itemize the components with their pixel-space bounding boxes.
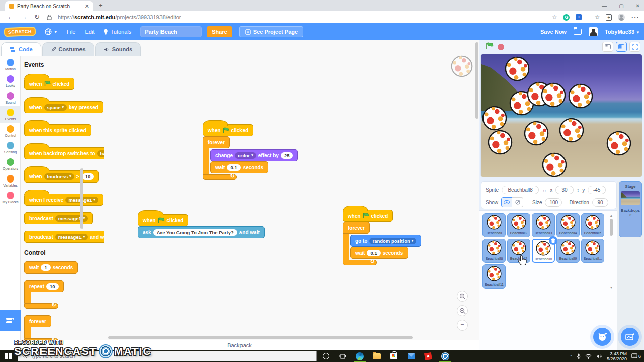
- sprite-tile[interactable]: Beachball6: [482, 239, 506, 263]
- beachball-sprite[interactable]: [541, 82, 566, 110]
- sidebar-category-my-blocks[interactable]: My Blocks: [0, 189, 21, 206]
- block-dropdown[interactable]: message1▾: [55, 234, 88, 240]
- scroll-down-icon[interactable]: ▼: [610, 286, 613, 289]
- microphone-icon[interactable]: [577, 353, 581, 359]
- share-button[interactable]: Share: [207, 26, 232, 37]
- sidebar-category-sensing[interactable]: Sensing: [0, 139, 21, 156]
- see-project-page-button[interactable]: See Project Page: [239, 26, 303, 37]
- block-input[interactable]: 25: [281, 152, 293, 159]
- block-dropdown[interactable]: color▾: [235, 152, 256, 159]
- volume-icon[interactable]: [596, 354, 602, 359]
- sprite-tile[interactable]: Beachball3: [532, 213, 555, 237]
- beachball-sprite[interactable]: [568, 83, 593, 111]
- sprite-y-input[interactable]: -45: [588, 186, 606, 194]
- block-input[interactable]: Are You Going To Join The Party?: [153, 229, 237, 236]
- large-stage-button[interactable]: [616, 42, 627, 52]
- hide-sprite-button[interactable]: [512, 197, 523, 207]
- sprite-x-input[interactable]: 30: [555, 186, 574, 194]
- tab-code[interactable]: Code: [1, 42, 41, 56]
- small-stage-button[interactable]: [602, 42, 613, 52]
- browser-profile-avatar[interactable]: [618, 14, 625, 21]
- bookmark-star-icon[interactable]: ☆: [552, 14, 557, 21]
- stop-button[interactable]: [498, 44, 504, 50]
- window-minimize-button[interactable]: —: [602, 3, 607, 9]
- c-block-top[interactable]: forever: [343, 222, 370, 234]
- zoom-in-button[interactable]: [457, 291, 468, 302]
- scroll-up-icon[interactable]: ▲: [610, 214, 613, 217]
- sprite-tile[interactable]: Beachball5: [581, 213, 604, 237]
- block-dropdown[interactable]: space▾: [44, 104, 67, 111]
- zoom-out-button[interactable]: [457, 305, 468, 316]
- green-flag-button[interactable]: [486, 42, 494, 52]
- refresh-button[interactable]: ↻: [34, 13, 40, 21]
- sprite-list-scrollbar[interactable]: ▲ ▼: [609, 214, 614, 289]
- scratch-block[interactable]: whenclicked: [24, 78, 74, 90]
- c-block-top[interactable]: repeat10: [24, 280, 64, 292]
- scratch-block[interactable]: whenclicked: [343, 210, 393, 222]
- sidebar-category-operators[interactable]: Operators: [0, 156, 21, 172]
- script-stack[interactable]: whenclickedforevergo torandom position▾w…: [343, 205, 421, 265]
- scratch-block[interactable]: wait1seconds: [24, 261, 78, 274]
- scratch-block[interactable]: when backdrop switches tobackdrop1▾: [24, 147, 104, 159]
- block-input[interactable]: 1: [41, 264, 50, 271]
- window-maximize-button[interactable]: ▢: [619, 3, 623, 9]
- edge-taskbar-icon[interactable]: [351, 350, 368, 362]
- sidebar-category-looks[interactable]: Looks: [0, 73, 21, 89]
- sprite-tile[interactable]: Beachball4: [556, 213, 580, 237]
- add-backdrop-button[interactable]: [621, 328, 639, 346]
- grammarly-extension-icon[interactable]: G: [563, 14, 570, 21]
- scratch-block[interactable]: go torandom position▾: [350, 235, 421, 247]
- block-dropdown[interactable]: random position▾: [369, 238, 416, 244]
- sprite-direction-input[interactable]: 90: [592, 198, 608, 207]
- beachball-sprite[interactable]: [488, 130, 513, 157]
- beachball-sprite[interactable]: [482, 106, 507, 133]
- screencast-o-matic-icon[interactable]: [437, 350, 454, 362]
- file-explorer-icon[interactable]: [368, 350, 385, 362]
- code-area[interactable]: = whenclickedforeverchangecolor▾effect b…: [104, 40, 479, 340]
- sprite-tile[interactable]: Beachball8: [532, 239, 555, 263]
- sprite-tile[interactable]: Beachball...: [581, 239, 604, 263]
- sidebar-category-events[interactable]: Events: [0, 106, 21, 123]
- scratch-c-block[interactable]: forever↻: [24, 315, 58, 340]
- save-now-button[interactable]: Save Now: [540, 29, 567, 35]
- code-horizontal-scrollbar[interactable]: [108, 336, 413, 339]
- user-avatar[interactable]: [589, 27, 598, 36]
- collections-icon[interactable]: +: [606, 14, 612, 21]
- sidebar-category-motion[interactable]: Motion: [0, 56, 21, 73]
- task-view-button[interactable]: [334, 350, 351, 362]
- scratch-block[interactable]: changecolor▾effect by25: [210, 149, 298, 161]
- sprite-tile[interactable]: Beachball2: [507, 213, 530, 237]
- scratch-logo[interactable]: SCRATCH: [4, 27, 36, 37]
- window-close-button[interactable]: ✕: [636, 3, 640, 9]
- beachball-sprite[interactable]: [524, 121, 549, 148]
- scratch-block[interactable]: whenclicked: [203, 124, 253, 136]
- fullscreen-button[interactable]: [629, 42, 640, 52]
- scratch-c-block[interactable]: foreverchangecolor▾effect by25wait0.1sec…: [203, 136, 298, 180]
- scratch-block[interactable]: whenspace▾key pressed: [24, 101, 103, 113]
- c-block-top[interactable]: forever: [203, 136, 230, 148]
- block-dropdown[interactable]: backdrop1▾: [97, 150, 104, 157]
- account-menu[interactable]: TobyMac33 ▼: [605, 29, 640, 35]
- sprite-name-input[interactable]: Beachball8: [502, 186, 539, 194]
- file-menu[interactable]: File: [67, 29, 76, 35]
- sidebar-category-sound[interactable]: Sound: [0, 89, 21, 106]
- beachball-sprite[interactable]: [606, 131, 631, 158]
- scratch-block[interactable]: when I receivemessage1▾: [24, 194, 103, 206]
- new-tab-button[interactable]: +: [99, 2, 103, 9]
- forward-button[interactable]: →: [21, 13, 27, 21]
- scratch-block[interactable]: wait0.1seconds: [210, 161, 268, 173]
- sprite-size-input[interactable]: 100: [545, 198, 562, 207]
- microsoft-store-icon[interactable]: [385, 350, 403, 362]
- browser-menu-icon[interactable]: ⋯: [631, 13, 639, 22]
- scratch-block[interactable]: broadcastmessage1▾and wait: [24, 231, 104, 243]
- beachball-sprite[interactable]: [505, 56, 530, 83]
- beachball-sprite[interactable]: [542, 152, 567, 177]
- beachball-sprite[interactable]: [559, 118, 584, 145]
- extension-icon[interactable]: T: [576, 14, 582, 20]
- palette-scrollbar[interactable]: [80, 168, 83, 229]
- tab-close-icon[interactable]: ✕: [85, 3, 89, 10]
- roblox-icon[interactable]: [420, 350, 437, 362]
- sprite-tile[interactable]: Beachball11: [482, 264, 506, 289]
- mail-icon[interactable]: [403, 350, 420, 362]
- scratch-block[interactable]: askAre You Going To Join The Party?and w…: [138, 226, 265, 238]
